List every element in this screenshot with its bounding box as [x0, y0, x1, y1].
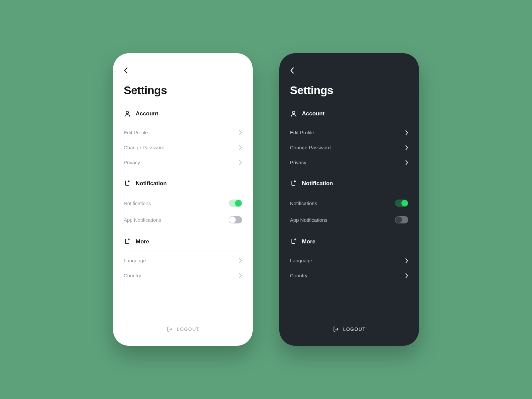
section-label: Notification: [302, 180, 333, 187]
section-header-notification: Notification: [124, 180, 242, 192]
row-label: Language: [124, 258, 146, 263]
back-button[interactable]: [124, 66, 132, 74]
chevron-right-icon: [405, 145, 408, 150]
svg-point-0: [126, 111, 128, 114]
toggle-notifications[interactable]: [395, 200, 408, 207]
person-icon: [124, 110, 131, 117]
svg-point-3: [294, 181, 296, 183]
logout-label: LOGOUT: [343, 327, 366, 332]
row-change-password[interactable]: Change Password: [290, 140, 408, 155]
chevron-right-icon: [239, 160, 242, 165]
row-label: Language: [290, 258, 312, 263]
row-privacy[interactable]: Privacy: [290, 155, 408, 170]
back-button[interactable]: [290, 66, 298, 74]
logout-icon: [166, 326, 173, 332]
section-more: More Language Country: [124, 238, 242, 283]
logout-button[interactable]: LOGOUT: [290, 321, 408, 335]
chevron-right-icon: [239, 145, 242, 150]
section-label: Account: [136, 110, 158, 117]
logout-icon: [332, 326, 339, 332]
row-edit-profile[interactable]: Edit Profile: [290, 125, 408, 140]
row-privacy[interactable]: Privacy: [124, 155, 242, 170]
notification-icon: [124, 180, 131, 187]
more-icon: [290, 238, 297, 245]
row-label: Country: [124, 273, 141, 278]
settings-screen-light: Settings Account Edit Profile Change Pas…: [113, 53, 253, 346]
notification-icon: [290, 180, 297, 187]
more-icon: [124, 238, 131, 245]
chevron-right-icon: [405, 160, 408, 165]
chevron-left-icon: [290, 67, 294, 74]
person-icon: [290, 110, 297, 117]
toggle-knob: [235, 200, 242, 206]
row-app-notifications[interactable]: App Notifications: [290, 211, 408, 228]
row-label: Notifications: [290, 200, 317, 206]
chevron-right-icon: [405, 273, 408, 278]
row-country[interactable]: Country: [290, 268, 408, 283]
section-header-more: More: [124, 238, 242, 250]
row-label: App Notifications: [290, 217, 328, 223]
row-change-password[interactable]: Change Password: [124, 140, 242, 155]
chevron-right-icon: [239, 273, 242, 278]
section-label: More: [302, 238, 316, 245]
row-label: Country: [290, 273, 308, 278]
row-language[interactable]: Language: [124, 253, 242, 268]
section-more: More Language Country: [290, 238, 408, 283]
toggle-notifications[interactable]: [229, 200, 242, 207]
logout-button[interactable]: LOGOUT: [124, 321, 242, 335]
section-header-more: More: [290, 238, 408, 250]
chevron-right-icon: [405, 130, 408, 135]
chevron-left-icon: [124, 67, 128, 74]
row-label: Edit Profile: [124, 130, 148, 135]
row-label: Notifications: [124, 200, 151, 206]
page-title: Settings: [124, 84, 242, 97]
row-label: Privacy: [124, 160, 140, 165]
row-label: App Notifications: [124, 217, 161, 223]
page-title: Settings: [290, 84, 408, 97]
row-notifications[interactable]: Notifications: [124, 195, 242, 211]
row-label: Edit Profile: [290, 130, 314, 135]
section-label: More: [136, 238, 149, 245]
chevron-right-icon: [239, 130, 242, 135]
section-notification: Notification Notifications App Notificat…: [124, 180, 242, 228]
toggle-app-notifications[interactable]: [229, 216, 242, 223]
toggle-knob: [401, 200, 408, 206]
svg-point-2: [292, 111, 295, 114]
section-account: Account Edit Profile Change Password Pri…: [290, 110, 408, 170]
chevron-right-icon: [405, 258, 408, 263]
row-app-notifications[interactable]: App Notifications: [124, 211, 242, 228]
section-label: Account: [302, 110, 325, 117]
logout-label: LOGOUT: [177, 327, 200, 332]
section-header-notification: Notification: [290, 180, 408, 192]
section-header-account: Account: [124, 110, 242, 122]
toggle-knob: [395, 216, 402, 223]
section-label: Notification: [136, 180, 167, 187]
chevron-right-icon: [239, 258, 242, 263]
toggle-knob: [229, 216, 236, 223]
row-language[interactable]: Language: [290, 253, 408, 268]
settings-screen-dark: Settings Account Edit Profile Change Pas…: [279, 53, 419, 346]
row-label: Change Password: [124, 145, 165, 150]
row-country[interactable]: Country: [124, 268, 242, 283]
row-notifications[interactable]: Notifications: [290, 195, 408, 211]
svg-point-1: [128, 181, 130, 183]
row-label: Change Password: [290, 145, 331, 150]
section-notification: Notification Notifications App Notificat…: [290, 180, 408, 228]
row-label: Privacy: [290, 160, 306, 165]
toggle-app-notifications[interactable]: [395, 216, 408, 223]
row-edit-profile[interactable]: Edit Profile: [124, 125, 242, 140]
section-header-account: Account: [290, 110, 408, 122]
section-account: Account Edit Profile Change Password Pri…: [124, 110, 242, 170]
